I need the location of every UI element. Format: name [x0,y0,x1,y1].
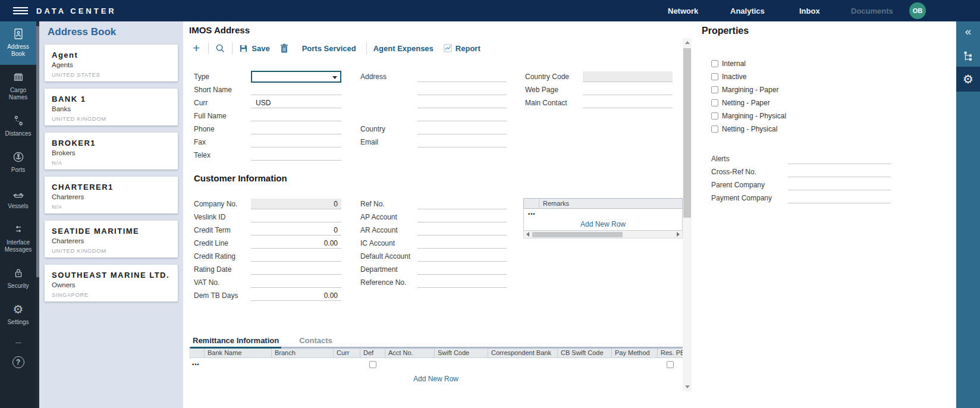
payment-company-field[interactable] [788,193,891,203]
checkbox-row: Inactive [711,70,786,83]
address-book-entry[interactable]: CHARTERER1 Charterers N/A [45,177,178,214]
telex-field[interactable] [251,150,341,161]
column-header[interactable]: CB Swift Code [558,349,612,357]
margining-physical-checkbox[interactable] [711,112,718,120]
remarks-horizontal-scrollbar[interactable] [523,231,683,238]
column-header[interactable]: Swift Code [435,349,488,357]
cross-ref-no-field[interactable] [788,167,891,177]
address-book-entry[interactable]: Agent Agents UNITED STATES [45,45,178,81]
delete-button[interactable] [280,43,288,53]
field-label: Rating Date [194,265,251,274]
user-avatar[interactable]: OB [909,2,926,19]
email-field[interactable] [417,137,507,147]
column-header[interactable]: Curr [334,349,360,357]
nav-analytics[interactable]: Analytics [730,7,765,15]
def-checkbox[interactable] [369,361,376,368]
main-scrollbar-thumb[interactable] [683,48,691,218]
alerts-field[interactable] [788,153,891,164]
hierarchy-tree-icon[interactable] [962,50,975,65]
credit-line-field[interactable]: 0.00 [251,238,341,249]
column-header[interactable]: Correspondent Bank [488,349,558,357]
curr-field[interactable]: USD [251,98,341,108]
address-book-entry[interactable]: BROKER1 Brokers N/A [45,133,178,170]
reference-no-field[interactable] [417,277,507,288]
main-contact-field[interactable] [583,98,673,108]
inactive-checkbox[interactable] [711,73,718,80]
tab-remittance-information[interactable]: Remittance Information [190,333,281,349]
sidebar-item-settings[interactable]: ⚙ Settings [0,297,36,333]
checkbox-label: Netting - Paper [722,99,770,107]
remarks-add-new-row-link[interactable]: Add New Row [524,220,682,228]
netting-paper-checkbox[interactable] [711,99,718,106]
sidebar-item-distances[interactable]: Distances [0,108,36,145]
full-name-field[interactable] [251,111,341,121]
type-dropdown[interactable] [251,71,341,83]
sidebar-item-ports[interactable]: Ports [0,145,36,181]
sidebar-item-label: Interface Messages [5,239,32,253]
hamburger-menu-icon[interactable] [13,7,28,15]
address-field-line3[interactable] [417,98,507,108]
parent-company-field[interactable] [788,180,891,190]
agent-expenses-button[interactable]: Agent Expenses [373,44,434,53]
table-add-new-row-link[interactable]: Add New Row [189,375,683,383]
credit-term-field[interactable]: 0 [251,225,341,236]
dem-tb-days-field[interactable]: 0.00 [251,290,341,301]
ar-account-field[interactable] [417,225,507,236]
nav-inbox[interactable]: Inbox [799,7,820,15]
column-header[interactable]: Res. PB [658,349,683,357]
department-field[interactable] [417,264,507,275]
scroll-right-icon[interactable] [674,231,682,238]
credit-rating-field[interactable] [251,251,341,262]
tab-contacts[interactable]: Contacts [297,333,335,347]
main-vertical-scrollbar[interactable] [683,38,692,391]
nav-network[interactable]: Network [668,7,698,15]
scroll-up-icon[interactable] [683,38,692,47]
veslink-id-field[interactable] [251,212,341,222]
short-name-field[interactable] [251,84,341,95]
web-page-field[interactable] [583,84,673,95]
country-field[interactable] [417,124,507,134]
report-button[interactable]: Report [444,44,480,53]
remarks-scrollbar-thumb[interactable] [532,232,623,237]
sidebar-item-cargo-names[interactable]: Cargo Names [0,65,36,108]
internal-checkbox[interactable] [711,60,718,67]
ref-no-field[interactable] [417,199,507,209]
rating-date-field[interactable] [251,264,341,275]
column-header[interactable]: Bank Name [205,349,272,357]
res-pb-checkbox[interactable] [667,361,674,368]
address-field-line2[interactable] [417,84,507,95]
help-icon[interactable]: ? [12,356,24,368]
address-book-entry[interactable]: SEATIDE MARITIME Charterers UNITED KINGD… [45,221,178,258]
collapse-panel-icon[interactable]: « [956,25,980,38]
fax-field[interactable] [251,137,341,147]
ports-serviced-button[interactable]: Ports Serviced [302,44,356,53]
address-book-entry[interactable]: BANK 1 Banks UNITED KINGDOM [45,89,178,125]
vat-no-field[interactable] [251,277,341,288]
ic-account-field[interactable] [417,238,507,249]
scroll-down-icon[interactable] [683,382,692,391]
sidebar-item-vessels[interactable]: Vessels [0,181,36,217]
properties-gear-icon[interactable]: ⚙ [956,67,980,92]
save-button[interactable]: Save [239,44,269,53]
row-handle-icon[interactable]: ••• [528,211,535,217]
scroll-left-icon[interactable] [524,231,532,238]
column-header[interactable]: Def [360,349,385,357]
column-header[interactable]: Branch [272,349,334,357]
sidebar-item-interface-messages[interactable]: Interface Messages [0,217,36,261]
column-header[interactable]: Pay Method [612,349,658,357]
sidebar-item-security[interactable]: Security [0,261,36,297]
add-button[interactable]: + [191,42,202,54]
report-chart-icon [444,44,452,52]
address-field-line1[interactable] [417,71,507,82]
phone-field[interactable] [251,124,341,134]
default-account-field[interactable] [417,251,507,262]
netting-physical-checkbox[interactable] [711,125,718,133]
search-button[interactable] [215,43,225,54]
address-book-entry[interactable]: SOUTHEAST MARINE LTD. Owners SINGAPORE [45,265,178,302]
column-header[interactable]: Acct No. [385,349,435,357]
margining-paper-checkbox[interactable] [711,86,718,93]
row-handle-icon[interactable]: ••• [189,362,205,368]
sidebar-item-address-book[interactable]: Address Book [0,21,36,65]
address-field-line4[interactable] [417,111,507,121]
ap-account-field[interactable] [417,212,507,222]
